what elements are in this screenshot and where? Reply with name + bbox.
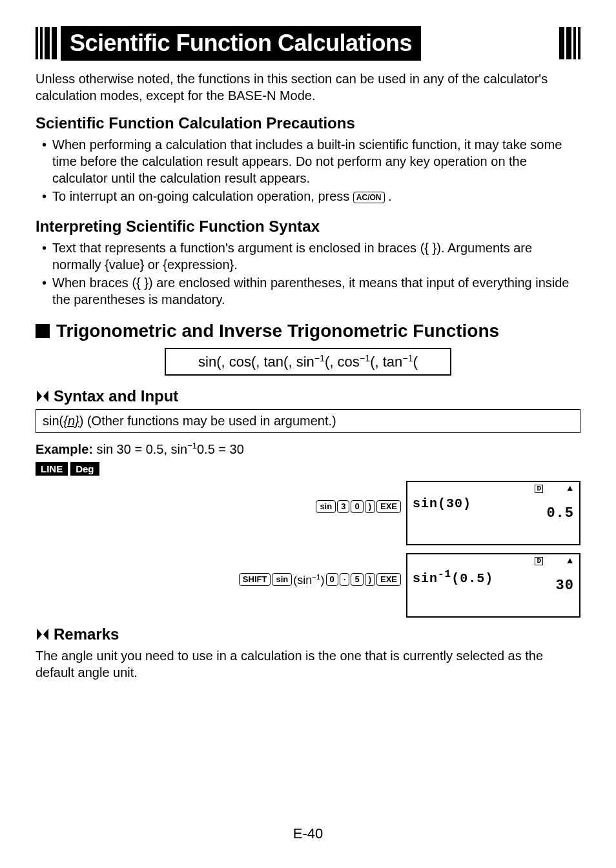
intro-text: Unless otherwise noted, the functions in… <box>36 70 580 104</box>
decorative-bars-left <box>36 27 57 59</box>
remarks-text: The angle unit you need to use in a calc… <box>36 647 580 681</box>
decorative-bars-right <box>559 27 580 59</box>
d-indicator: D <box>535 485 543 493</box>
line-badge: LINE <box>36 462 68 476</box>
syntax-heading: Syntax and Input <box>54 387 178 405</box>
exe-key-icon: EXE <box>376 500 401 513</box>
precautions-list: When performing a calculation that inclu… <box>36 136 580 205</box>
page-title: Scientific Function Calculations <box>61 26 421 61</box>
example-line: Example: sin 30 = 0.5, sin−10.5 = 30 <box>36 441 580 457</box>
svg-marker-1 <box>43 390 48 402</box>
calc-screen-2: D ▲ sin-1(0.5) 30 <box>406 553 580 618</box>
syntax-subhead: Syntax and Input <box>36 387 580 405</box>
exe-key-icon: EXE <box>376 573 401 586</box>
syntax-box: sin({n}) (Other functions may be used in… <box>36 409 580 433</box>
calc-row-2: SHIFT sin (sin−1) 0 · 5 ) EXE D ▲ sin-1(… <box>36 553 580 618</box>
screen-result: 30 <box>556 578 574 594</box>
dot-key-icon: · <box>340 573 350 586</box>
precautions-heading: Scientific Function Calculation Precauti… <box>36 114 580 132</box>
trig-section-head: Trigonometric and Inverse Trigonometric … <box>36 321 580 341</box>
screen-result: 0.5 <box>546 505 574 521</box>
shift-key-icon: SHIFT <box>239 573 271 586</box>
num-key-icon: 0 <box>326 573 338 586</box>
svg-marker-2 <box>37 629 42 640</box>
svg-marker-0 <box>37 390 42 402</box>
page-number: E-40 <box>0 825 616 842</box>
remarks-heading: Remarks <box>54 625 119 643</box>
screen-expression: sin-1(0.5) <box>413 569 493 586</box>
interpret-list: Text that represents a function's argume… <box>36 239 580 308</box>
ac-on-key-icon: AC/ON <box>353 192 385 203</box>
screen-expression: sin(30) <box>413 496 471 511</box>
mode-badges: LINE Deg <box>36 462 580 476</box>
square-bullet-icon <box>36 324 50 338</box>
sin-key-icon: sin <box>316 500 336 513</box>
svg-marker-3 <box>43 629 48 640</box>
key-sequence-1: sin 3 0 ) EXE <box>316 481 401 513</box>
up-arrow-icon: ▲ <box>568 556 573 566</box>
calc-row-1: sin 3 0 ) EXE D ▲ sin(30) 0.5 <box>36 481 580 545</box>
paren-key-icon: ) <box>365 573 375 586</box>
deg-badge: Deg <box>70 462 99 476</box>
arrow-bullet-icon <box>36 627 50 641</box>
interpret-item: Text that represents a function's argume… <box>42 239 580 273</box>
trig-heading: Trigonometric and Inverse Trigonometric … <box>56 321 499 341</box>
sin-key-icon: sin <box>272 573 292 586</box>
function-list-box: sin(, cos(, tan(, sin−1(, cos−1(, tan−1( <box>165 348 451 376</box>
up-arrow-icon: ▲ <box>568 483 573 494</box>
paren-key-icon: ) <box>365 500 375 513</box>
title-bar: Scientific Function Calculations <box>36 26 580 61</box>
remarks-subhead: Remarks <box>36 625 580 643</box>
precaution-item: To interrupt an on-going calculation ope… <box>42 188 580 205</box>
key-sequence-2: SHIFT sin (sin−1) 0 · 5 ) EXE <box>239 553 401 587</box>
calc-screen-1: D ▲ sin(30) 0.5 <box>406 481 580 545</box>
interpret-heading: Interpreting Scientific Function Syntax <box>36 217 580 236</box>
sin-inverse-label: (sin−1) <box>293 572 324 587</box>
num-key-icon: 3 <box>337 500 349 513</box>
interpret-item: When braces ({ }) are enclosed within pa… <box>42 274 580 308</box>
d-indicator: D <box>535 557 543 565</box>
num-key-icon: 5 <box>351 573 363 586</box>
precaution-item: When performing a calculation that inclu… <box>42 136 580 187</box>
num-key-icon: 0 <box>351 500 363 513</box>
arrow-bullet-icon <box>36 389 50 403</box>
